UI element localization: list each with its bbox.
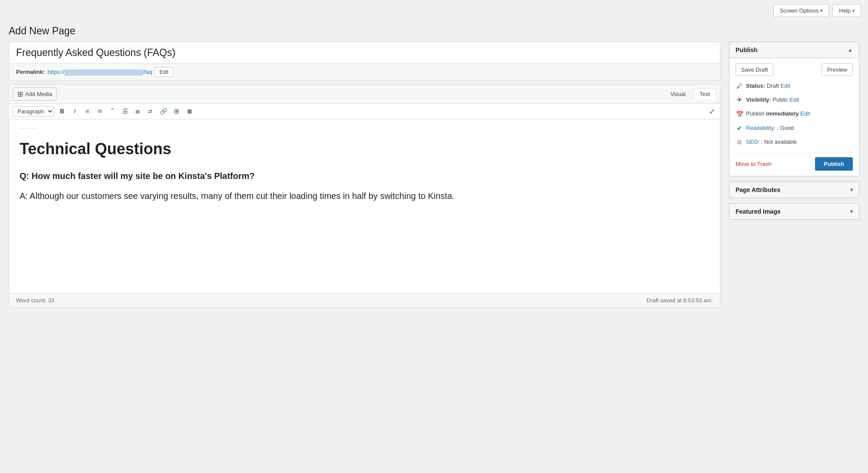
publish-time-label: Publish	[746, 110, 765, 117]
screen-options-label: Screen Options	[780, 7, 819, 14]
ordered-list-button[interactable]: ≏	[94, 106, 106, 116]
page-title: Add New Page	[0, 21, 868, 42]
page-attributes-panel-header[interactable]: Page Attributes ▾	[729, 182, 859, 198]
text-tab-label: Text	[700, 91, 710, 97]
visibility-icon: 👁	[736, 95, 743, 105]
permalink-url[interactable]: https:// /faq	[47, 69, 152, 76]
seo-text: SEO: : Not available	[746, 138, 797, 147]
move-to-trash-link[interactable]: Move to Trash	[736, 161, 771, 167]
toolbar-toggle-button[interactable]: ▦	[183, 106, 195, 116]
publish-time-value: immediately	[766, 110, 799, 117]
visibility-text: Visibility: Public Edit	[746, 96, 799, 105]
italic-button[interactable]: I	[69, 106, 81, 116]
more-button[interactable]: ⊞	[171, 106, 183, 116]
seo-row: ⊘ SEO: : Not available	[736, 137, 853, 147]
help-button[interactable]: Help ▾	[832, 4, 861, 17]
add-media-icon: ⊞	[17, 90, 23, 98]
readability-icon: ✔	[736, 123, 743, 133]
editor-top-toolbar: ⊞ Add Media Visual Text	[9, 85, 720, 104]
publish-button[interactable]: Publish	[815, 157, 853, 171]
featured-image-panel-header[interactable]: Featured Image ▾	[729, 204, 859, 219]
visibility-value: Public	[772, 96, 788, 103]
editor-footer: Word count: 33 Draft saved at 8:53:53 am…	[9, 293, 720, 307]
publish-panel-toggle-icon: ▲	[848, 47, 853, 53]
featured-image-toggle-icon: ▾	[850, 208, 853, 215]
publish-time-edit-link[interactable]: Edit	[800, 110, 810, 117]
preview-button[interactable]: Preview	[822, 63, 853, 76]
page-attributes-panel: Page Attributes ▾	[729, 182, 859, 198]
editor-question: Q: How much faster will my site be on Ki…	[20, 170, 710, 182]
publish-panel-body: Save Draft Preview 🖊 Status: Draft Edit …	[729, 58, 859, 176]
status-icon: 🖊	[736, 81, 743, 91]
readability-text: Readability: : Good	[746, 124, 794, 133]
format-toolbar: Paragraph Heading 1 Heading 2 Heading 3 …	[9, 104, 720, 119]
align-center-button[interactable]: ≣	[132, 106, 144, 116]
blockquote-button[interactable]: “	[106, 106, 119, 117]
save-draft-button[interactable]: Save Draft	[736, 63, 773, 76]
tab-visual[interactable]: Visual	[664, 88, 692, 100]
status-edit-link[interactable]: Edit	[780, 83, 790, 89]
page-attributes-toggle-icon: ▾	[850, 187, 853, 193]
seo-value: Not available	[764, 139, 797, 145]
word-count-value: 33	[48, 297, 54, 304]
readability-link[interactable]: Readability:	[746, 125, 776, 131]
help-chevron-icon: ▾	[852, 8, 855, 13]
seo-icon: ⊘	[736, 137, 743, 147]
status-label: Status:	[746, 83, 765, 89]
publish-time-row: 📅 Publish immediately Edit	[736, 109, 853, 119]
publish-panel-title: Publish	[736, 46, 758, 53]
sidebar: Publish ▲ Save Draft Preview 🖊 Status: D…	[729, 42, 859, 308]
visual-tab-label: Visual	[670, 91, 686, 97]
word-count-label: Word count:	[16, 297, 46, 304]
top-bar: Screen Options ▾ Help ▾	[0, 0, 868, 21]
status-text: Status: Draft Edit	[746, 82, 790, 91]
screen-options-button[interactable]: Screen Options ▾	[773, 4, 829, 17]
publish-bottom-actions: Move to Trash Publish	[736, 152, 853, 171]
permalink-bar: Permalink: https:// /faq Edit	[9, 64, 720, 81]
featured-image-title: Featured Image	[736, 208, 780, 215]
editor-divider	[20, 128, 37, 129]
readability-row: ✔ Readability: : Good	[736, 123, 853, 133]
draft-saved-text: Draft saved at 8:53:53 am.	[647, 297, 713, 304]
unordered-list-button[interactable]: ≡	[81, 106, 93, 116]
bold-button[interactable]: B	[56, 106, 68, 116]
screen-options-chevron-icon: ▾	[820, 8, 822, 13]
editor-answer: A: Although our customers see varying re…	[20, 189, 710, 203]
publish-top-actions: Save Draft Preview	[736, 63, 853, 76]
paragraph-format-select[interactable]: Paragraph Heading 1 Heading 2 Heading 3	[13, 106, 54, 117]
help-label: Help	[839, 7, 851, 14]
visibility-label: Visibility:	[746, 96, 771, 103]
status-row: 🖊 Status: Draft Edit	[736, 81, 853, 91]
add-media-button[interactable]: ⊞ Add Media	[13, 87, 57, 101]
permalink-prefix: https://	[47, 69, 64, 75]
permalink-edit-button[interactable]: Edit	[155, 67, 173, 77]
visibility-edit-link[interactable]: Edit	[789, 96, 799, 103]
main-wrapper: Permalink: https:// /faq Edit ⊞ Add Medi…	[0, 42, 868, 316]
publish-panel-header[interactable]: Publish ▲	[729, 42, 859, 58]
add-media-label: Add Media	[25, 91, 52, 97]
page-attributes-title: Page Attributes	[736, 186, 780, 193]
publish-time-text: Publish immediately Edit	[746, 109, 810, 119]
editor-container: ⊞ Add Media Visual Text Paragraph Headin…	[9, 84, 720, 308]
visibility-row: 👁 Visibility: Public Edit	[736, 95, 853, 105]
permalink-blurred	[65, 69, 143, 76]
word-count-area: Word count: 33	[16, 297, 54, 304]
status-value: Draft	[767, 83, 779, 89]
link-button[interactable]: 🔗	[157, 106, 170, 116]
permalink-label: Permalink:	[16, 69, 45, 75]
tab-text[interactable]: Text	[693, 88, 716, 100]
calendar-icon: 📅	[736, 109, 743, 119]
permalink-suffix: /faq	[143, 69, 152, 75]
editor-content[interactable]: Technical Questions Q: How much faster w…	[9, 119, 720, 293]
readability-value: Good	[780, 125, 794, 131]
post-title-input[interactable]	[9, 42, 720, 64]
featured-image-panel: Featured Image ▾	[729, 203, 859, 220]
content-area: Permalink: https:// /faq Edit ⊞ Add Medi…	[9, 42, 720, 308]
seo-link[interactable]: SEO:	[746, 139, 759, 145]
editor-heading: Technical Questions	[20, 139, 710, 159]
align-right-button[interactable]: ⇄	[144, 106, 156, 116]
publish-panel: Publish ▲ Save Draft Preview 🖊 Status: D…	[729, 42, 859, 176]
fullscreen-button[interactable]: ⤢	[707, 106, 716, 117]
editor-tabs: Visual Text	[664, 88, 716, 100]
align-left-button[interactable]: ☰	[119, 106, 131, 116]
